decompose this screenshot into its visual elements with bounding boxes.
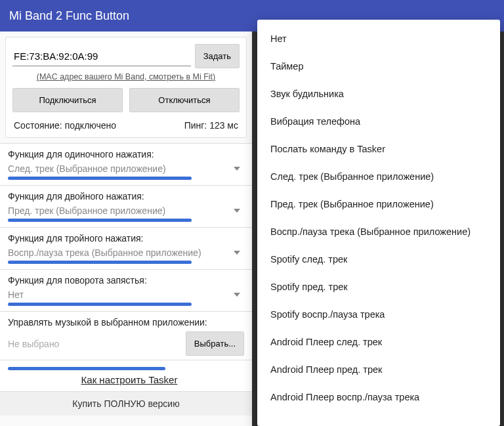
option-item[interactable]: Послать команду в Tasker <box>257 135 500 163</box>
chevron-down-icon <box>234 293 240 297</box>
option-item[interactable]: Android Плеер воспр./пауза трека <box>257 383 500 411</box>
choose-app-button[interactable]: Выбрать... <box>186 331 244 356</box>
func-double-spinner[interactable]: Пред. трек (Выбранное приложение) <box>8 203 244 216</box>
ping-text: Пинг: 123 мс <box>184 120 238 131</box>
main-content: Задать (MAC адрес вашего Mi Band, смотре… <box>0 32 252 426</box>
func-triple-label: Функция для тройного нажатия: <box>8 233 244 244</box>
set-mac-button[interactable]: Задать <box>195 44 240 68</box>
music-section: Управлять музыкой в выбранном приложении… <box>0 311 252 360</box>
mac-hint: (MAC адрес вашего Mi Band, смотреть в Mi… <box>12 72 240 81</box>
option-item[interactable]: Android Плеер пред. трек <box>257 356 500 383</box>
status-text: Состояние: подключено <box>14 120 116 131</box>
func-single: Функция для одиночного нажатия: След. тр… <box>0 143 252 185</box>
func-double-value: Пред. трек (Выбранное приложение) <box>8 205 234 216</box>
tasker-link[interactable]: Как настроить Tasker <box>81 374 178 385</box>
chevron-down-icon <box>234 209 240 213</box>
func-single-value: След. трек (Выбранное приложение) <box>8 163 234 174</box>
option-item[interactable]: Spotify воспр./пауза трека <box>257 301 500 328</box>
option-item[interactable]: Вибрация телефона <box>257 108 500 135</box>
option-item[interactable]: След. трек (Выбранное приложение) <box>257 163 500 190</box>
option-item[interactable]: Spotify пред. трек <box>257 273 500 301</box>
divider <box>8 367 165 370</box>
chevron-down-icon <box>234 167 240 171</box>
func-single-spinner[interactable]: След. трек (Выбранное приложение) <box>8 161 244 174</box>
screen-main: Mi Band 2 Func Button Задать (MAC адрес … <box>0 0 252 426</box>
option-item[interactable]: Spotify след. трек <box>257 245 500 273</box>
func-triple-value: Воспр./пауза трека (Выбранное приложение… <box>8 247 234 258</box>
buy-full-button[interactable]: Купить ПОЛНУЮ версию <box>0 391 252 415</box>
func-double-label: Функция для двойного нажатия: <box>8 191 244 202</box>
option-item[interactable]: Звук будильника <box>257 80 500 108</box>
app-title: Mi Band 2 Func Button <box>9 9 129 23</box>
func-wrist-spinner[interactable]: Нет <box>8 287 244 300</box>
screen-options: НетТаймерЗвук будильникаВибрация телефон… <box>252 0 504 426</box>
divider <box>8 261 192 264</box>
option-item[interactable]: Нет <box>257 25 500 53</box>
divider <box>8 177 192 180</box>
func-wrist: Функция для поворота запястья: Нет <box>0 269 252 311</box>
tasker-section: Как настроить Tasker <box>0 360 252 391</box>
option-item[interactable]: Таймер <box>257 53 500 80</box>
app-bar: Mi Band 2 Func Button <box>0 0 252 32</box>
option-item[interactable]: Воспр./пауза трека (Выбранное приложение… <box>257 218 500 245</box>
func-triple: Функция для тройного нажатия: Воспр./пау… <box>0 227 252 269</box>
option-item[interactable]: Android Плеер след. трек <box>257 328 500 356</box>
divider <box>8 303 192 306</box>
options-dialog: НетТаймерЗвук будильникаВибрация телефон… <box>257 20 500 426</box>
music-label: Управлять музыкой в выбранном приложении… <box>8 317 244 328</box>
chevron-down-icon <box>234 251 240 255</box>
disconnect-button[interactable]: Отключиться <box>129 88 240 112</box>
func-double: Функция для двойного нажатия: Пред. трек… <box>0 185 252 227</box>
music-value: Не выбрано <box>8 339 59 349</box>
connect-button[interactable]: Подключиться <box>12 88 123 112</box>
connection-card: Задать (MAC адрес вашего Mi Band, смотре… <box>5 37 247 138</box>
func-wrist-label: Функция для поворота запястья: <box>8 275 244 286</box>
option-item[interactable]: Пред. трек (Выбранное приложение) <box>257 190 500 218</box>
mac-input[interactable] <box>12 47 191 66</box>
func-triple-spinner[interactable]: Воспр./пауза трека (Выбранное приложение… <box>8 245 244 258</box>
func-single-label: Функция для одиночного нажатия: <box>8 149 244 160</box>
divider <box>8 219 192 222</box>
func-wrist-value: Нет <box>8 289 234 300</box>
